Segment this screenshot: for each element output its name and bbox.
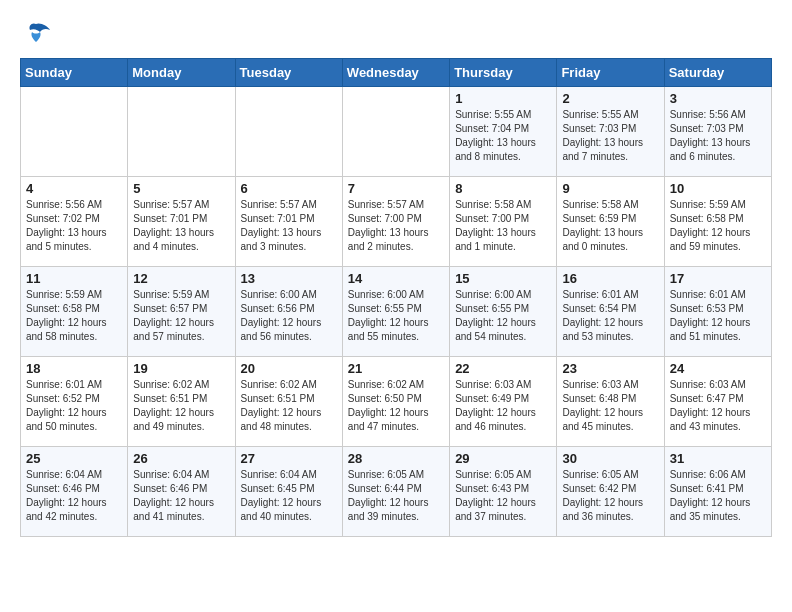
calendar-cell: 8Sunrise: 5:58 AM Sunset: 7:00 PM Daylig…: [450, 177, 557, 267]
calendar-cell: 24Sunrise: 6:03 AM Sunset: 6:47 PM Dayli…: [664, 357, 771, 447]
day-info: Sunrise: 5:59 AM Sunset: 6:57 PM Dayligh…: [133, 288, 229, 344]
calendar-cell: 4Sunrise: 5:56 AM Sunset: 7:02 PM Daylig…: [21, 177, 128, 267]
calendar-cell: 6Sunrise: 5:57 AM Sunset: 7:01 PM Daylig…: [235, 177, 342, 267]
calendar-cell: 9Sunrise: 5:58 AM Sunset: 6:59 PM Daylig…: [557, 177, 664, 267]
day-info: Sunrise: 6:05 AM Sunset: 6:42 PM Dayligh…: [562, 468, 658, 524]
day-info: Sunrise: 5:57 AM Sunset: 7:00 PM Dayligh…: [348, 198, 444, 254]
calendar-cell: [128, 87, 235, 177]
calendar-cell: 18Sunrise: 6:01 AM Sunset: 6:52 PM Dayli…: [21, 357, 128, 447]
day-info: Sunrise: 5:55 AM Sunset: 7:03 PM Dayligh…: [562, 108, 658, 164]
day-info: Sunrise: 6:04 AM Sunset: 6:46 PM Dayligh…: [26, 468, 122, 524]
day-number: 2: [562, 91, 658, 106]
day-info: Sunrise: 6:04 AM Sunset: 6:45 PM Dayligh…: [241, 468, 337, 524]
day-info: Sunrise: 6:03 AM Sunset: 6:48 PM Dayligh…: [562, 378, 658, 434]
day-info: Sunrise: 6:03 AM Sunset: 6:49 PM Dayligh…: [455, 378, 551, 434]
day-info: Sunrise: 6:00 AM Sunset: 6:56 PM Dayligh…: [241, 288, 337, 344]
calendar-cell: 7Sunrise: 5:57 AM Sunset: 7:00 PM Daylig…: [342, 177, 449, 267]
calendar-cell: 31Sunrise: 6:06 AM Sunset: 6:41 PM Dayli…: [664, 447, 771, 537]
calendar-week-row: 25Sunrise: 6:04 AM Sunset: 6:46 PM Dayli…: [21, 447, 772, 537]
day-number: 11: [26, 271, 122, 286]
logo-bird-icon: [20, 20, 52, 48]
calendar-cell: 2Sunrise: 5:55 AM Sunset: 7:03 PM Daylig…: [557, 87, 664, 177]
day-number: 28: [348, 451, 444, 466]
column-header-wednesday: Wednesday: [342, 59, 449, 87]
page-header: [20, 20, 772, 48]
calendar-cell: 30Sunrise: 6:05 AM Sunset: 6:42 PM Dayli…: [557, 447, 664, 537]
day-number: 31: [670, 451, 766, 466]
day-info: Sunrise: 5:59 AM Sunset: 6:58 PM Dayligh…: [26, 288, 122, 344]
day-info: Sunrise: 6:01 AM Sunset: 6:53 PM Dayligh…: [670, 288, 766, 344]
calendar-cell: 20Sunrise: 6:02 AM Sunset: 6:51 PM Dayli…: [235, 357, 342, 447]
day-number: 4: [26, 181, 122, 196]
day-info: Sunrise: 5:56 AM Sunset: 7:03 PM Dayligh…: [670, 108, 766, 164]
calendar-cell: 13Sunrise: 6:00 AM Sunset: 6:56 PM Dayli…: [235, 267, 342, 357]
day-number: 20: [241, 361, 337, 376]
day-info: Sunrise: 6:05 AM Sunset: 6:44 PM Dayligh…: [348, 468, 444, 524]
calendar-header-row: SundayMondayTuesdayWednesdayThursdayFrid…: [21, 59, 772, 87]
day-number: 7: [348, 181, 444, 196]
day-number: 19: [133, 361, 229, 376]
day-number: 6: [241, 181, 337, 196]
calendar-cell: 21Sunrise: 6:02 AM Sunset: 6:50 PM Dayli…: [342, 357, 449, 447]
day-info: Sunrise: 5:57 AM Sunset: 7:01 PM Dayligh…: [241, 198, 337, 254]
day-number: 10: [670, 181, 766, 196]
calendar-cell: [21, 87, 128, 177]
day-number: 21: [348, 361, 444, 376]
calendar-cell: 12Sunrise: 5:59 AM Sunset: 6:57 PM Dayli…: [128, 267, 235, 357]
calendar-cell: 11Sunrise: 5:59 AM Sunset: 6:58 PM Dayli…: [21, 267, 128, 357]
day-info: Sunrise: 6:01 AM Sunset: 6:52 PM Dayligh…: [26, 378, 122, 434]
day-number: 3: [670, 91, 766, 106]
day-info: Sunrise: 5:59 AM Sunset: 6:58 PM Dayligh…: [670, 198, 766, 254]
day-number: 12: [133, 271, 229, 286]
calendar-cell: 5Sunrise: 5:57 AM Sunset: 7:01 PM Daylig…: [128, 177, 235, 267]
day-info: Sunrise: 6:00 AM Sunset: 6:55 PM Dayligh…: [455, 288, 551, 344]
calendar-cell: 26Sunrise: 6:04 AM Sunset: 6:46 PM Dayli…: [128, 447, 235, 537]
day-number: 23: [562, 361, 658, 376]
day-info: Sunrise: 6:06 AM Sunset: 6:41 PM Dayligh…: [670, 468, 766, 524]
column-header-friday: Friday: [557, 59, 664, 87]
calendar-cell: [235, 87, 342, 177]
day-info: Sunrise: 6:02 AM Sunset: 6:51 PM Dayligh…: [133, 378, 229, 434]
calendar-cell: 1Sunrise: 5:55 AM Sunset: 7:04 PM Daylig…: [450, 87, 557, 177]
day-number: 5: [133, 181, 229, 196]
calendar-cell: [342, 87, 449, 177]
calendar-cell: 25Sunrise: 6:04 AM Sunset: 6:46 PM Dayli…: [21, 447, 128, 537]
calendar-week-row: 1Sunrise: 5:55 AM Sunset: 7:04 PM Daylig…: [21, 87, 772, 177]
day-number: 27: [241, 451, 337, 466]
day-number: 29: [455, 451, 551, 466]
day-number: 22: [455, 361, 551, 376]
day-number: 18: [26, 361, 122, 376]
day-number: 13: [241, 271, 337, 286]
day-info: Sunrise: 6:04 AM Sunset: 6:46 PM Dayligh…: [133, 468, 229, 524]
day-info: Sunrise: 5:58 AM Sunset: 6:59 PM Dayligh…: [562, 198, 658, 254]
day-info: Sunrise: 6:03 AM Sunset: 6:47 PM Dayligh…: [670, 378, 766, 434]
calendar-cell: 19Sunrise: 6:02 AM Sunset: 6:51 PM Dayli…: [128, 357, 235, 447]
calendar-cell: 23Sunrise: 6:03 AM Sunset: 6:48 PM Dayli…: [557, 357, 664, 447]
calendar-week-row: 4Sunrise: 5:56 AM Sunset: 7:02 PM Daylig…: [21, 177, 772, 267]
day-info: Sunrise: 6:02 AM Sunset: 6:51 PM Dayligh…: [241, 378, 337, 434]
day-info: Sunrise: 6:00 AM Sunset: 6:55 PM Dayligh…: [348, 288, 444, 344]
day-info: Sunrise: 6:01 AM Sunset: 6:54 PM Dayligh…: [562, 288, 658, 344]
column-header-tuesday: Tuesday: [235, 59, 342, 87]
day-number: 15: [455, 271, 551, 286]
column-header-thursday: Thursday: [450, 59, 557, 87]
column-header-saturday: Saturday: [664, 59, 771, 87]
calendar-cell: 17Sunrise: 6:01 AM Sunset: 6:53 PM Dayli…: [664, 267, 771, 357]
calendar-week-row: 18Sunrise: 6:01 AM Sunset: 6:52 PM Dayli…: [21, 357, 772, 447]
day-number: 17: [670, 271, 766, 286]
calendar-cell: 22Sunrise: 6:03 AM Sunset: 6:49 PM Dayli…: [450, 357, 557, 447]
day-number: 25: [26, 451, 122, 466]
calendar-week-row: 11Sunrise: 5:59 AM Sunset: 6:58 PM Dayli…: [21, 267, 772, 357]
column-header-sunday: Sunday: [21, 59, 128, 87]
day-info: Sunrise: 6:05 AM Sunset: 6:43 PM Dayligh…: [455, 468, 551, 524]
logo: [20, 20, 56, 48]
calendar-cell: 15Sunrise: 6:00 AM Sunset: 6:55 PM Dayli…: [450, 267, 557, 357]
column-header-monday: Monday: [128, 59, 235, 87]
day-number: 30: [562, 451, 658, 466]
calendar-cell: 10Sunrise: 5:59 AM Sunset: 6:58 PM Dayli…: [664, 177, 771, 267]
day-number: 9: [562, 181, 658, 196]
calendar-cell: 29Sunrise: 6:05 AM Sunset: 6:43 PM Dayli…: [450, 447, 557, 537]
day-number: 26: [133, 451, 229, 466]
calendar-table: SundayMondayTuesdayWednesdayThursdayFrid…: [20, 58, 772, 537]
day-number: 16: [562, 271, 658, 286]
